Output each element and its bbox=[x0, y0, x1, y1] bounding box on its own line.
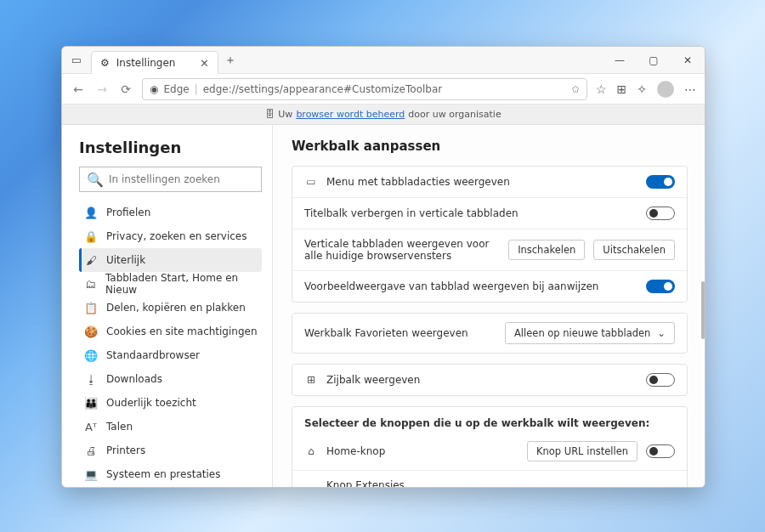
more-menu-icon[interactable]: ⋯ bbox=[684, 82, 696, 96]
content: Instellingen 🔍 👤Profielen🔒Privacy, zoeke… bbox=[62, 125, 705, 487]
sidebar-item-icon: 🔒 bbox=[84, 230, 98, 243]
sidebar-item-2[interactable]: 🖌Uiterlijk bbox=[79, 248, 262, 272]
row-label: Menu met tabbladacties weergeven bbox=[326, 176, 510, 188]
main-heading: Werkbalk aanpassen bbox=[292, 139, 688, 154]
briefcase-icon: 🗄 bbox=[265, 109, 275, 120]
toggle[interactable] bbox=[646, 207, 675, 220]
sidebar-item-9[interactable]: AᵀTalen bbox=[79, 415, 262, 439]
chevron-down-icon: ⌄ bbox=[657, 327, 666, 339]
forward-button: → bbox=[94, 82, 110, 96]
sidebar-item-label: Privacy, zoeken en services bbox=[106, 230, 246, 242]
refresh-button[interactable]: ⟳ bbox=[118, 82, 133, 96]
sidebar-item-icon: 🍪 bbox=[84, 325, 98, 338]
search-box[interactable]: 🔍 bbox=[79, 167, 262, 192]
close-tab-icon[interactable]: ✕ bbox=[200, 57, 209, 70]
address-bar: ← → ⟳ ◉ Edge | edge://settings/appearanc… bbox=[62, 74, 705, 105]
sidebar-item-icon: 💻 bbox=[84, 468, 98, 481]
setting-row: Titelbalk verbergen in verticale tabblad… bbox=[292, 198, 687, 229]
setting-row: ▭Menu met tabbladacties weergeven bbox=[292, 167, 687, 198]
search-icon: 🔍 bbox=[87, 172, 104, 188]
sidebar-item-1[interactable]: 🔒Privacy, zoeken en services bbox=[79, 224, 262, 248]
sidebar-item-label: Tabbladen Start, Home en Nieuw bbox=[105, 272, 262, 296]
sidebar-item-icon: ⭳ bbox=[84, 373, 98, 386]
setting-row: ✧Knop ExtensiesDe knop Extensies wordt a… bbox=[292, 471, 687, 487]
collections-icon[interactable]: ⊞ bbox=[617, 82, 627, 96]
sidebar-item-icon: 👪 bbox=[84, 397, 98, 410]
select[interactable]: Alleen op nieuwe tabbladen⌄ bbox=[505, 322, 675, 344]
sidebar-item-8[interactable]: 👪Ouderlijk toezicht bbox=[79, 391, 262, 415]
tab-settings[interactable]: ⚙ Instellingen ✕ bbox=[91, 51, 218, 74]
search-input[interactable] bbox=[109, 173, 254, 185]
tab-actions-icon[interactable]: ▭ bbox=[62, 47, 91, 73]
setting-row: Verticale tabbladen weergeven voor alle … bbox=[292, 229, 687, 271]
sidebar-item-label: Ouderlijk toezicht bbox=[106, 397, 196, 409]
maximize-button[interactable]: ▢ bbox=[637, 47, 671, 73]
sidebar-item-0[interactable]: 👤Profielen bbox=[79, 201, 262, 224]
window-controls: — ▢ ✕ bbox=[603, 47, 705, 73]
card-toolbar-buttons: Selecteer de knoppen die u op de werkbal… bbox=[292, 406, 688, 487]
toggle[interactable] bbox=[646, 373, 675, 387]
row-icon: ▭ bbox=[304, 176, 318, 188]
row-label: Home-knop bbox=[326, 445, 385, 457]
button[interactable]: Inschakelen bbox=[508, 240, 585, 260]
sidebar-item-label: Downloads bbox=[106, 373, 162, 385]
extensions-icon[interactable]: ✧ bbox=[637, 82, 647, 96]
url-prefix: Edge bbox=[163, 83, 189, 95]
sidebar-item-label: Delen, kopiëren en plakken bbox=[106, 302, 246, 314]
managed-infobar: 🗄 Uw browser wordt beheerd door uw organ… bbox=[62, 105, 705, 125]
scrollbar[interactable] bbox=[701, 281, 705, 339]
row-label: Knop Extensies bbox=[326, 479, 405, 487]
sidebar-menu: 👤Profielen🔒Privacy, zoeken en services🖌U… bbox=[79, 201, 262, 487]
sidebar-item-label: Standaardbrowser bbox=[106, 349, 200, 361]
card-favorites-bar: Werkbalk Favorieten weergevenAlleen op n… bbox=[292, 313, 688, 354]
managed-link[interactable]: browser wordt beheerd bbox=[296, 109, 405, 120]
favorites-icon[interactable]: ☆ bbox=[596, 82, 607, 96]
sidebar-item-label: Uiterlijk bbox=[106, 254, 145, 266]
setting-row: ⊞Zijbalk weergeven bbox=[292, 365, 687, 395]
sidebar-item-icon: 🖌 bbox=[84, 254, 98, 267]
titlebar: ▭ ⚙ Instellingen ✕ ＋ — ▢ ✕ bbox=[62, 47, 705, 74]
sidebar-item-icon: 🖨 bbox=[84, 444, 98, 457]
row-icon: ⌂ bbox=[304, 445, 318, 457]
section-title: Selecteer de knoppen die u op de werkbal… bbox=[292, 407, 687, 433]
edge-icon: ◉ bbox=[150, 83, 158, 95]
sidebar-item-11[interactable]: 💻Systeem en prestaties bbox=[79, 462, 262, 486]
sidebar: Instellingen 🔍 👤Profielen🔒Privacy, zoeke… bbox=[62, 125, 273, 487]
setting-row: ⌂Home-knopKnop URL instellen bbox=[292, 433, 687, 471]
sidebar-item-3[interactable]: 🗂Tabbladen Start, Home en Nieuw bbox=[79, 272, 262, 296]
sidebar-item-5[interactable]: 🍪Cookies en site machtigingen bbox=[79, 320, 262, 343]
sidebar-item-label: Systeem en prestaties bbox=[106, 468, 220, 480]
toggle[interactable] bbox=[646, 175, 675, 189]
sidebar-item-12[interactable]: ↺Instellingen opnieuw instellen bbox=[79, 486, 262, 487]
toggle[interactable] bbox=[646, 444, 675, 458]
row-icon: ⊞ bbox=[304, 374, 318, 386]
profile-avatar[interactable] bbox=[657, 81, 674, 98]
setting-row: Voorbeeldweergave van tabblad weergeven … bbox=[292, 271, 687, 302]
favorite-icon[interactable]: ✩ bbox=[571, 83, 580, 95]
button[interactable]: Knop URL instellen bbox=[527, 441, 638, 461]
url-box[interactable]: ◉ Edge | edge://settings/appearance#Cust… bbox=[142, 78, 587, 100]
card-tab-actions: ▭Menu met tabbladacties weergevenTitelba… bbox=[292, 166, 688, 303]
button[interactable]: Uitschakelen bbox=[593, 240, 675, 260]
sidebar-item-label: Talen bbox=[106, 421, 133, 433]
sidebar-item-4[interactable]: 📋Delen, kopiëren en plakken bbox=[79, 296, 262, 320]
toggle[interactable] bbox=[646, 280, 675, 293]
new-tab-button[interactable]: ＋ bbox=[218, 47, 242, 73]
row-label: Zijbalk weergeven bbox=[326, 374, 420, 386]
tab-title: Instellingen bbox=[116, 57, 176, 69]
sidebar-item-icon: 👤 bbox=[84, 207, 98, 219]
sidebar-item-10[interactable]: 🖨Printers bbox=[79, 439, 262, 462]
sidebar-title: Instellingen bbox=[79, 139, 262, 156]
main-panel: Werkbalk aanpassen ▭Menu met tabbladacti… bbox=[273, 125, 705, 487]
minimize-button[interactable]: — bbox=[603, 47, 637, 73]
row-label: Verticale tabbladen weergeven voor alle … bbox=[304, 238, 489, 262]
setting-row: Werkbalk Favorieten weergevenAlleen op n… bbox=[292, 314, 687, 353]
sidebar-item-icon: Aᵀ bbox=[84, 421, 98, 433]
back-button[interactable]: ← bbox=[71, 82, 86, 96]
sidebar-item-label: Cookies en site machtigingen bbox=[106, 325, 258, 337]
sidebar-item-label: Printers bbox=[106, 444, 145, 456]
sidebar-item-6[interactable]: 🌐Standaardbrowser bbox=[79, 343, 262, 367]
sidebar-item-icon: 📋 bbox=[84, 302, 98, 314]
sidebar-item-7[interactable]: ⭳Downloads bbox=[79, 367, 262, 391]
close-window-button[interactable]: ✕ bbox=[671, 47, 705, 73]
